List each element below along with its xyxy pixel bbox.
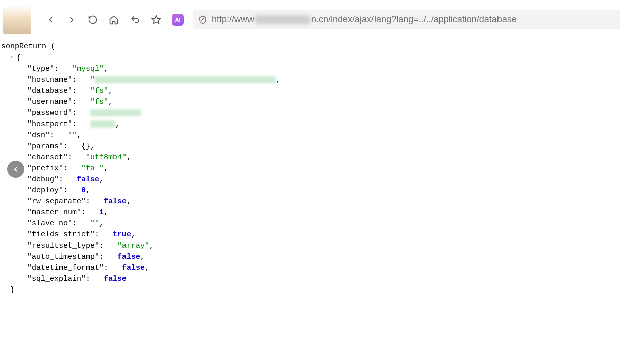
svg-marker-0 — [152, 15, 161, 23]
json-value-keyword: false — [77, 175, 99, 184]
json-line-dsn: "dsn": "", — [1, 130, 622, 141]
trailing-comma: , — [90, 142, 95, 151]
json-key: "hostport" — [27, 120, 72, 129]
json-line-password: "password": — [1, 108, 622, 119]
back-button[interactable] — [42, 11, 59, 28]
trailing-comma: , — [99, 175, 104, 184]
home-button[interactable] — [105, 11, 122, 28]
trailing-comma: , — [77, 131, 81, 140]
json-key: "rw_separate" — [27, 197, 86, 206]
window-top-strip — [0, 0, 623, 5]
address-bar[interactable]: http://www n.cn/index/ajax/lang?lang=../… — [193, 10, 620, 29]
json-key: "fields_strict" — [27, 230, 95, 239]
json-line-prefix: "prefix": "fa_", — [1, 163, 622, 174]
trailing-comma: , — [127, 197, 131, 206]
trailing-comma: , — [140, 253, 145, 261]
json-line-debug: "debug": false, — [1, 174, 622, 185]
url-text: http://www n.cn/index/ajax/lang?lang=../… — [212, 14, 517, 25]
json-key: "deploy" — [27, 186, 63, 195]
json-value-string: "fa_" — [81, 164, 104, 173]
trailing-comma: , — [127, 153, 131, 162]
trailing-comma: , — [131, 230, 136, 239]
json-key: "params" — [27, 142, 63, 151]
json-value-number: 1 — [99, 208, 104, 217]
json-value-string: "fs" — [90, 87, 108, 95]
trailing-comma: , — [104, 164, 108, 173]
json-line-hostname: "hostname": ", — [1, 75, 622, 86]
json-value-keyword: false — [122, 264, 145, 272]
trailing-comma: , — [104, 208, 108, 217]
obscured-value — [90, 109, 141, 116]
chevron-left-icon — [12, 165, 20, 173]
json-line-sql_explain: "sql_explain": false — [1, 274, 622, 285]
ai-badge[interactable]: AI — [172, 14, 184, 26]
reload-icon — [88, 15, 98, 25]
home-icon — [109, 15, 119, 25]
func-open: sonpReturn ( — [1, 41, 622, 52]
obscured-value — [90, 120, 115, 128]
json-line-type: "type": "mysql", — [1, 64, 622, 75]
star-icon — [151, 15, 161, 25]
json-value-keyword: false — [117, 253, 140, 261]
undo-button[interactable] — [127, 11, 144, 28]
trailing-comma: , — [145, 264, 149, 272]
trailing-comma: , — [86, 186, 90, 195]
json-value-keyword: true — [113, 230, 131, 239]
json-key: "dsn" — [27, 131, 50, 140]
json-key: "username" — [27, 98, 72, 106]
json-value-number: 0 — [81, 186, 86, 195]
json-value-string: "" — [90, 219, 99, 228]
json-key: "resultset_type" — [27, 241, 99, 250]
trailing-comma: , — [108, 87, 113, 95]
json-line-username: "username": "fs", — [1, 97, 622, 108]
url-prefix: http://www — [212, 14, 254, 25]
json-viewer: sonpReturn ( ▾{ "type": "mysql","hostnam… — [0, 34, 623, 297]
browser-toolbar: AI http://www n.cn/index/ajax/lang?lang=… — [0, 5, 623, 34]
favorite-button[interactable] — [148, 11, 165, 28]
json-key: "hostname" — [27, 76, 72, 84]
json-line-rw_separate: "rw_separate": false, — [1, 196, 622, 207]
obscured-value — [95, 76, 276, 83]
trailing-comma: , — [149, 241, 154, 250]
trailing-comma: , — [115, 120, 120, 129]
json-line-database: "database": "fs", — [1, 86, 622, 97]
json-line-fields_strict: "fields_strict": true, — [1, 229, 622, 240]
json-line-auto_timestamp: "auto_timestamp": false, — [1, 252, 622, 263]
json-value-string: "mysql" — [72, 65, 104, 73]
brace-open: ▾{ — [1, 52, 622, 64]
json-line-datetime_format: "datetime_format": false, — [1, 263, 622, 274]
json-line-slave_no: "slave_no": "", — [1, 218, 622, 229]
chevron-left-icon — [46, 15, 56, 25]
chevron-right-icon — [67, 15, 77, 25]
json-value-string: "fs" — [90, 98, 108, 106]
trailing-comma: , — [276, 76, 280, 84]
json-key: "type" — [27, 65, 54, 73]
undo-icon — [130, 15, 140, 25]
fold-caret-icon[interactable]: ▾ — [10, 52, 15, 63]
json-key: "auto_timestamp" — [27, 253, 99, 261]
json-line-charset: "charset": "utf8mb4", — [1, 152, 622, 163]
json-value-string: "array" — [117, 241, 149, 250]
trailing-comma: , — [104, 65, 108, 73]
json-key: "prefix" — [27, 164, 63, 173]
floating-back-button[interactable] — [7, 161, 24, 178]
avatar — [3, 6, 31, 34]
json-value-string: "utf8mb4" — [86, 153, 127, 162]
json-key: "datetime_format" — [27, 264, 104, 272]
json-value-raw: {} — [81, 142, 90, 151]
brace-close: } — [1, 285, 622, 296]
json-key: "slave_no" — [27, 219, 72, 228]
security-shield-icon — [198, 15, 208, 25]
json-line-params: "params": {}, — [1, 141, 622, 152]
json-key: "charset" — [27, 153, 68, 162]
json-line-resultset_type: "resultset_type": "array", — [1, 240, 622, 252]
url-suffix: n.cn/index/ajax/lang?lang=../../applicat… — [311, 14, 517, 25]
json-key: "password" — [27, 109, 72, 117]
json-key: "sql_explain" — [27, 275, 86, 283]
forward-button[interactable] — [63, 11, 80, 28]
svg-line-1 — [201, 17, 204, 20]
json-key: "debug" — [27, 175, 59, 184]
reload-button[interactable] — [84, 11, 101, 28]
json-key: "database" — [27, 87, 72, 95]
json-value-keyword: false — [104, 197, 127, 206]
